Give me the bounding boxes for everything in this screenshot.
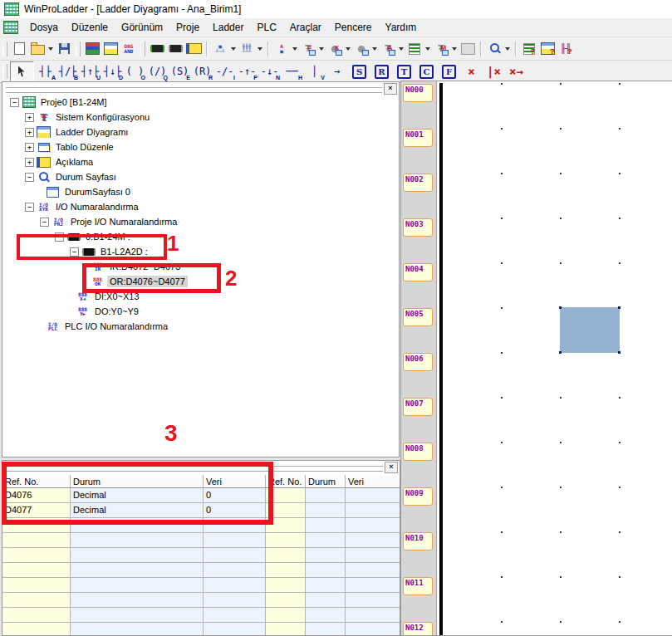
status-cell[interactable] — [2, 593, 71, 608]
tree-item-sistem-konfig-rasyonu[interactable]: +ŦSistem Konfigürasyonu — [4, 110, 399, 125]
status-cell[interactable] — [266, 593, 306, 608]
select-tool-button[interactable] — [10, 61, 34, 81]
status-panel-close-button[interactable]: × — [385, 462, 398, 473]
function-s-button[interactable]: S — [348, 62, 370, 81]
tree-item-tablo-d-zenle[interactable]: +Tablo Düzenle — [4, 139, 399, 154]
function-c-button[interactable]: C — [415, 62, 438, 81]
toolbar-grip[interactable] — [2, 42, 7, 56]
extend-line-button[interactable]: → — [326, 62, 348, 81]
status-cell[interactable] — [266, 608, 306, 623]
monitor-m-button[interactable]: ŦM — [432, 40, 450, 58]
status-cell[interactable] — [346, 488, 400, 503]
status-cell[interactable] — [306, 623, 346, 635]
tree-item-b1-l2a2d[interactable]: −B1-L2A2D : — [4, 244, 399, 259]
status-cell[interactable] — [266, 578, 306, 593]
network-label-n001[interactable]: N001 — [403, 129, 433, 147]
monitor-register-button[interactable]: ● — [352, 40, 370, 58]
tree-item-a-klama[interactable]: +Açıklama — [4, 154, 399, 169]
status-cell[interactable] — [2, 533, 71, 548]
function-t-button[interactable]: T — [393, 62, 415, 81]
network-status-query-button[interactable]: ? — [538, 40, 557, 58]
status-cell[interactable] — [204, 518, 266, 533]
status-panel-grip[interactable] — [6, 462, 383, 472]
status-cell[interactable] — [306, 548, 346, 563]
status-cell[interactable] — [71, 533, 204, 548]
collapse-icon[interactable]: − — [70, 247, 79, 257]
tree-item-do-y0-y9[interactable]: 888Y▶DO:Y0~Y9 — [4, 304, 399, 319]
status-cell[interactable] — [306, 593, 346, 608]
menu-yardım[interactable]: Yardım — [379, 19, 424, 36]
status-monitor-button[interactable]: Ŧ≈ — [299, 40, 317, 58]
tree-item-di-x0-x13[interactable]: 888X◀DI:X0~X13 — [4, 289, 399, 304]
status-cell[interactable] — [306, 533, 346, 548]
project-tree-button[interactable]: ■┴─┴ — [211, 40, 229, 58]
status-cell[interactable] — [346, 503, 400, 518]
monitor-xy-dropdown[interactable] — [344, 41, 352, 57]
status-cell[interactable] — [2, 623, 71, 635]
tree-item-proje0-b1-24m[interactable]: −Proje0 [B1-24M] — [4, 95, 399, 110]
status-cell[interactable] — [71, 518, 204, 533]
status-cell[interactable] — [204, 563, 266, 578]
mdi-child-icon[interactable] — [3, 21, 18, 34]
vertical-line-button[interactable]: │V — [303, 62, 326, 81]
menu-ladder[interactable]: Ladder — [206, 19, 250, 36]
status-cell[interactable] — [266, 563, 306, 578]
coil-reset-button[interactable]: (R)R — [191, 62, 213, 81]
status-cell[interactable]: 0 — [204, 488, 266, 503]
find-button[interactable] — [485, 40, 503, 58]
ladder-network-button[interactable]: ╫╫╫┴┴┴ — [238, 40, 256, 58]
menu-araçlar[interactable]: Araçlar — [283, 19, 328, 36]
status-cell[interactable] — [306, 518, 346, 533]
status-cell[interactable] — [266, 548, 306, 563]
project-tree-dropdown[interactable] — [229, 41, 238, 57]
contact-nc-button[interactable]: ┤/├B — [56, 62, 79, 81]
status-cell[interactable] — [266, 533, 306, 548]
org-and-instruction-button[interactable]: ORGAND — [120, 40, 138, 58]
network-label-n003[interactable]: N003 — [403, 218, 433, 237]
toolbar-grip[interactable] — [76, 42, 81, 56]
status-cell[interactable] — [346, 578, 400, 593]
delete-element-button[interactable]: × — [460, 62, 483, 81]
find-dropdown[interactable] — [503, 41, 512, 57]
function-r-button[interactable]: R — [370, 62, 393, 81]
delete-hline-button[interactable]: ×→ — [505, 62, 527, 81]
menu-pencere[interactable]: Pencere — [328, 19, 379, 36]
expand-icon[interactable]: + — [25, 113, 34, 122]
status-cell[interactable] — [71, 593, 204, 608]
contact-up-button[interactable]: ┤↑├U — [79, 62, 101, 81]
status-cell[interactable] — [306, 578, 346, 593]
rising-edge-button[interactable]: -↑-P — [236, 62, 258, 81]
network-label-n000[interactable]: N000 — [403, 84, 433, 102]
delete-vline-button[interactable]: |× — [483, 62, 505, 81]
tree-item-ladder-diyagram[interactable]: +Ladder Diyagramı — [4, 125, 399, 139]
horizontal-line-button[interactable]: ──H — [281, 62, 303, 81]
collapse-icon[interactable]: − — [40, 218, 49, 227]
status-cell[interactable] — [266, 503, 306, 518]
coil-out-button[interactable]: ( )O — [124, 62, 146, 81]
status-cell[interactable] — [71, 563, 204, 578]
tree-panel-grip[interactable] — [6, 83, 382, 94]
collapse-icon[interactable]: − — [10, 98, 19, 107]
open-file-dropdown[interactable] — [47, 41, 55, 57]
status-cell[interactable] — [204, 593, 266, 608]
menu-proje[interactable]: Proje — [169, 19, 206, 36]
status-cell[interactable] — [306, 608, 346, 623]
coil-not-button[interactable]: (/)Q — [146, 62, 169, 81]
status-cell[interactable] — [71, 548, 204, 563]
status-cell[interactable] — [71, 608, 204, 623]
monitor-ascii-dropdown[interactable] — [397, 41, 405, 57]
status-cell[interactable] — [346, 593, 400, 608]
contact-down-button[interactable]: ┤↓├D — [101, 62, 124, 81]
monitor-m-dropdown[interactable] — [450, 41, 459, 57]
run-window-button[interactable] — [459, 40, 477, 58]
status-cell[interactable] — [266, 623, 306, 635]
network-label-n012[interactable]: N012 — [403, 622, 433, 636]
tree-item-plc-i-o-numaraland-rma[interactable]: I/OPLCPLC I/O Numaralandırma — [4, 319, 399, 334]
ladder-window-button[interactable] — [101, 40, 120, 58]
status-cell[interactable]: Decimal — [71, 503, 204, 518]
status-cell[interactable]: D4076 — [2, 488, 71, 503]
contact-status-query-button[interactable]: ╟╢? — [557, 40, 575, 58]
status-cell[interactable] — [204, 623, 266, 635]
invert-button[interactable]: -/-I — [213, 62, 236, 81]
coil-set-button[interactable]: (S)E — [169, 62, 191, 81]
